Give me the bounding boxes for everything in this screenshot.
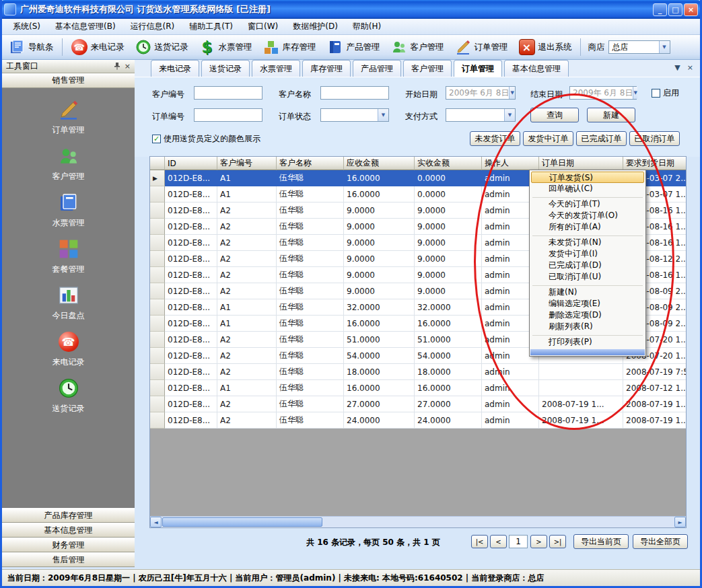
sidebar-group-bar[interactable]: 售后管理	[2, 552, 135, 567]
export-all-button[interactable]: 导出全部页	[633, 534, 688, 549]
sidebar-item-delivery-record[interactable]: 送货记录	[52, 377, 85, 414]
sidebar-group-bar[interactable]: 财务管理	[2, 538, 135, 552]
scroll-right-icon[interactable]: ►	[674, 517, 686, 527]
sidebar-group-bar[interactable]: 基本信息管理	[2, 523, 135, 538]
first-page-button[interactable]: |<	[471, 535, 488, 548]
next-page-button[interactable]: >	[530, 535, 547, 548]
context-menu-item[interactable]: 订单发货(S)	[531, 172, 644, 183]
context-menu-item[interactable]: 已取消订单(U)	[530, 271, 645, 283]
context-menu-item[interactable]: 所有的订单(A)	[530, 221, 645, 233]
context-menu-item[interactable]: 回单确认(C)	[530, 183, 645, 194]
toolbar-customer-button[interactable]: 客户管理	[387, 37, 448, 57]
column-header-id[interactable]: ID	[165, 157, 217, 170]
export-current-button[interactable]: 导出当前页	[573, 534, 629, 549]
scroll-left-icon[interactable]: ◄	[150, 517, 162, 527]
pin-icon[interactable]	[114, 62, 120, 71]
start-date-picker[interactable]: 2009年 6月 8日 ▼	[446, 86, 516, 100]
last-page-button[interactable]: >|	[549, 535, 566, 548]
context-menu-item[interactable]: 未发货订单(N)	[530, 237, 645, 248]
context-menu-item[interactable]	[532, 195, 643, 198]
close-icon[interactable]: ×	[125, 63, 131, 70]
toolbar-order-button[interactable]: 订单管理	[451, 37, 512, 57]
sidebar-item-call-record[interactable]: ☎ 来电记录	[52, 330, 85, 368]
tab[interactable]: 基本信息管理	[504, 60, 569, 77]
table-row[interactable]: 012D-E8... A1 伍华聪 16.0000 16.0000 admin …	[150, 380, 687, 396]
sidebar-item-package[interactable]: 套餐管理	[52, 237, 85, 275]
toolbar-navigator-button[interactable]: 导航条	[5, 37, 57, 57]
filter-shipping-button[interactable]: 发货中订单	[523, 131, 573, 146]
tab[interactable]: 客户管理	[403, 60, 452, 77]
column-header-operator[interactable]: 操作人	[482, 157, 539, 170]
tab[interactable]: 产品管理	[353, 60, 401, 77]
menu-item[interactable]: 系统(S)	[6, 19, 47, 34]
context-menu-item[interactable]: 已完成订单(D)	[530, 260, 645, 271]
end-date-picker[interactable]: 2009年 6月 8日 ▼	[569, 86, 637, 100]
context-menu-item[interactable]: 新建(N)	[530, 287, 645, 298]
tab[interactable]: 水票管理	[252, 60, 300, 77]
menu-item[interactable]: 数据维护(D)	[286, 19, 345, 34]
page-number-input[interactable]	[509, 535, 528, 548]
context-menu-item[interactable]	[532, 283, 643, 286]
menu-item[interactable]: 帮助(H)	[346, 19, 388, 34]
column-header-receivable[interactable]: 应收金额	[344, 157, 415, 170]
new-button[interactable]: 新建	[587, 108, 635, 122]
menu-item[interactable]: 基本信息管理(B)	[48, 19, 122, 34]
toolbar-call-record-button[interactable]: ☎ 来电记录	[67, 37, 128, 57]
tab[interactable]: 来电记录	[151, 60, 199, 77]
toolbar-delivery-record-button[interactable]: 送货记录	[131, 37, 192, 57]
toolbar-inventory-button[interactable]: 库存管理	[259, 37, 320, 57]
context-menu-item[interactable]: 发货中订单(I)	[530, 248, 645, 260]
column-header-customer-name[interactable]: 客户名称	[277, 157, 344, 170]
scrollbar-thumb[interactable]	[162, 517, 322, 527]
store-select[interactable]: 总店 ▼	[608, 40, 670, 54]
context-menu-item[interactable]: 刷新列表(R)	[530, 321, 645, 332]
sidebar-item-order[interactable]: 订单管理	[52, 98, 85, 136]
filter-completed-button[interactable]: 已完成订单	[576, 131, 627, 146]
sidebar-item-customer[interactable]: 客户管理	[52, 145, 85, 182]
toolbar-water-ticket-button[interactable]: $ 水票管理	[195, 37, 256, 57]
sidebar-group-bar[interactable]: 产品库存管理	[2, 508, 135, 523]
context-menu-item[interactable]: 删除选定项(D)	[530, 309, 645, 321]
tab[interactable]: 送货记录	[201, 60, 250, 77]
sidebar-section-sales[interactable]: 销售管理	[2, 73, 135, 88]
sidebar-item-water-ticket[interactable]: 水票管理	[52, 191, 85, 229]
column-header-order-date[interactable]: 订单日期	[539, 157, 623, 170]
menu-item[interactable]: 运行信息(R)	[124, 19, 182, 34]
maximize-button[interactable]: □	[668, 3, 682, 16]
tab[interactable]: 库存管理	[302, 60, 351, 77]
toolbar-product-button[interactable]: 产品管理	[323, 37, 384, 57]
context-menu-item[interactable]: 今天的发货订单(O)	[530, 210, 645, 221]
minimize-button[interactable]: _	[653, 3, 667, 16]
filter-unshipped-button[interactable]: 未发货订单	[470, 131, 520, 146]
toolbar-exit-button[interactable]: × 退出系统	[515, 37, 575, 57]
tab-close-icon[interactable]: ×	[687, 64, 693, 71]
table-row[interactable]: 012D-E8... A2 伍华聪 27.0000 27.0000 admin …	[150, 396, 687, 412]
table-row[interactable]: 012D-E8... A2 伍华聪 18.0000 18.0000 admin …	[150, 364, 687, 380]
enable-checkbox[interactable]: 启用	[652, 87, 679, 99]
order-status-select[interactable]: ▼	[320, 108, 389, 122]
sidebar-item-stocktake[interactable]: 今日盘点	[52, 284, 85, 322]
pay-method-select[interactable]: ▼	[446, 108, 516, 122]
context-menu-item[interactable]	[532, 233, 643, 236]
table-row[interactable]: 012D-E8... A2 伍华聪 24.0000 24.0000 admin …	[150, 412, 687, 429]
menu-item[interactable]: 辅助工具(T)	[182, 19, 240, 34]
column-header-required-date[interactable]: 要求到货日期	[623, 157, 687, 170]
filter-cancelled-button[interactable]: 已取消订单	[629, 131, 680, 146]
customer-no-input[interactable]	[194, 86, 262, 100]
tab-list-icon[interactable]: ▼	[674, 64, 680, 71]
color-display-checkbox[interactable]: ✓ 使用送货员定义的颜色展示	[152, 133, 260, 145]
tab[interactable]: 订单管理	[454, 60, 502, 77]
column-header-received[interactable]: 实收金额	[415, 157, 482, 170]
menu-item[interactable]: 窗口(W)	[241, 19, 285, 34]
context-menu-item[interactable]: 编辑选定项(E)	[530, 298, 645, 309]
column-header-customer-no[interactable]: 客户编号	[217, 157, 277, 170]
context-menu-item[interactable]: 今天的订单(T)	[530, 198, 645, 210]
context-menu-item[interactable]: 打印列表(P)	[530, 336, 645, 348]
prev-page-button[interactable]: <	[490, 535, 507, 548]
order-no-input[interactable]	[194, 108, 262, 122]
close-button[interactable]: ×	[684, 3, 698, 16]
context-menu-item[interactable]	[532, 333, 643, 336]
horizontal-scrollbar[interactable]: ◄ ►	[150, 516, 686, 527]
query-button[interactable]: 查询	[530, 108, 579, 122]
customer-name-input[interactable]	[320, 86, 389, 100]
